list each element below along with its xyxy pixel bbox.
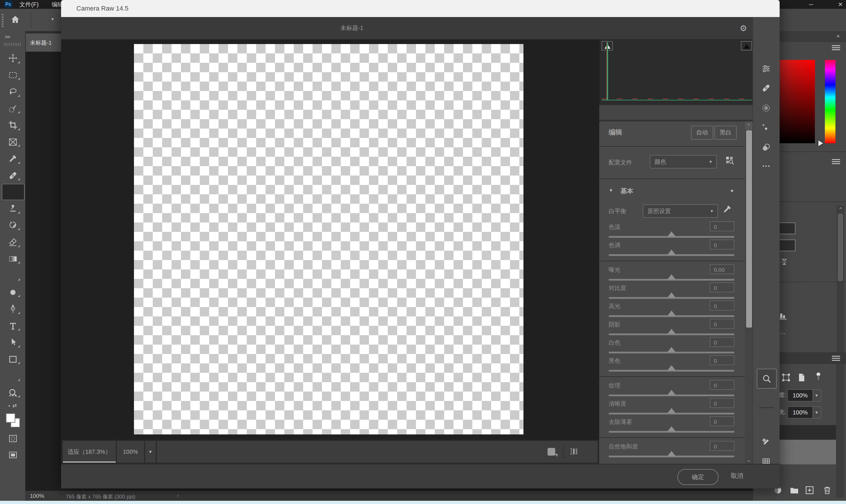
slider-thumb[interactable] <box>667 274 676 280</box>
scrollbar-thumb[interactable] <box>838 214 843 281</box>
auto-button[interactable]: 自动 <box>691 126 713 140</box>
color-saturation-square[interactable] <box>777 60 815 143</box>
slider-track[interactable] <box>609 455 734 457</box>
preview-mode-icon[interactable] <box>548 448 555 455</box>
slider-track[interactable] <box>609 279 734 280</box>
frame-tool[interactable] <box>0 133 25 150</box>
brush-tool-preset-icon[interactable] <box>36 14 46 23</box>
new-group-icon[interactable] <box>790 486 799 495</box>
profile-browser-icon[interactable] <box>725 156 734 165</box>
slider-thumb[interactable] <box>667 390 676 395</box>
slider-track[interactable] <box>609 352 734 353</box>
slider-track[interactable] <box>609 334 734 335</box>
spot-healing-brush-tool[interactable] <box>0 167 25 184</box>
eyedropper-tool[interactable] <box>0 150 25 167</box>
edit-toolbar-button[interactable] <box>0 391 25 401</box>
fill-value[interactable]: 100% <box>787 406 813 418</box>
crop-tool[interactable] <box>0 117 25 133</box>
slider-track[interactable] <box>609 370 734 371</box>
eraser-tool[interactable] <box>0 234 25 250</box>
acr-red-eye-icon[interactable] <box>761 123 771 133</box>
history-brush-tool[interactable] <box>0 217 25 234</box>
slider-value-box[interactable]: 0 <box>710 441 734 451</box>
foreground-color-swatch[interactable] <box>5 413 15 423</box>
slider-thumb[interactable] <box>667 292 676 298</box>
close-icon[interactable]: ✕ <box>837 1 844 7</box>
foreground-background-swatches[interactable] <box>0 410 25 430</box>
slider-thumb[interactable] <box>667 408 676 413</box>
acr-panel-scrollbar[interactable]: ⌃ ⌄ <box>745 122 753 464</box>
home-icon[interactable] <box>11 15 20 24</box>
slider-value-box[interactable]: 0 <box>710 337 734 347</box>
transparent-image-preview[interactable] <box>134 44 524 434</box>
histogram-panel-icon[interactable] <box>778 311 788 321</box>
dodge-tool[interactable] <box>0 284 25 301</box>
pen-tool[interactable] <box>0 301 25 317</box>
zoom-dropdown-icon[interactable]: ▼ <box>145 441 156 463</box>
slider-thumb[interactable] <box>667 329 676 334</box>
clone-stamp-tool[interactable] <box>0 200 25 217</box>
slider-value-box[interactable]: 0 <box>710 221 734 231</box>
status-zoom-level[interactable]: 100% <box>30 492 45 499</box>
chevron-down-icon[interactable]: ▼ <box>51 17 55 21</box>
dock-expand-icon[interactable]: » <box>836 33 839 39</box>
lock-pixels-icon[interactable] <box>797 373 806 382</box>
before-after-view-icon[interactable] <box>569 447 579 456</box>
section-chevron-icon[interactable]: ▼ <box>609 188 613 193</box>
slider-value-box[interactable]: 0 <box>710 355 734 365</box>
ok-button[interactable]: 确定 <box>677 469 719 485</box>
slider-track[interactable] <box>609 395 734 396</box>
gradient-tool[interactable] <box>0 250 25 267</box>
slider-track[interactable] <box>609 236 734 237</box>
gear-icon[interactable]: ⚙ <box>740 22 747 34</box>
move-tool[interactable] <box>0 50 25 67</box>
swatches-panel-menu-icon[interactable] <box>832 159 840 164</box>
slider-track[interactable] <box>609 413 734 414</box>
scrollbar-thumb[interactable] <box>746 130 752 328</box>
basic-section-title[interactable]: 基本 <box>620 187 633 196</box>
white-balance-select[interactable]: 原照设置▼ <box>643 204 718 218</box>
selection-brush-tool[interactable] <box>0 100 25 117</box>
hue-slider-thumb[interactable] <box>818 140 823 146</box>
brush-tool[interactable] <box>2 184 25 200</box>
slider-thumb[interactable] <box>667 451 676 456</box>
slider-value-box[interactable]: 0 <box>710 319 734 329</box>
scroll-down-icon[interactable]: ⌄ <box>745 458 753 463</box>
quick-mask-button[interactable] <box>0 430 25 447</box>
rectangle-tool[interactable] <box>0 351 25 367</box>
slider-thumb[interactable] <box>667 310 676 316</box>
highlight-clipping-indicator[interactable] <box>741 41 752 51</box>
lock-all-icon[interactable] <box>814 372 823 381</box>
dialog-title-bar[interactable]: Camera Raw 14.5 <box>61 0 780 17</box>
rectangular-marquee-tool[interactable] <box>0 67 25 83</box>
slider-track[interactable] <box>609 315 734 317</box>
cancel-button[interactable]: 取消 <box>731 472 743 480</box>
slider-value-box[interactable]: 0 <box>710 416 734 426</box>
acr-hand-icon[interactable] <box>761 417 771 427</box>
scroll-up-icon[interactable]: ⌃ <box>745 122 753 130</box>
zoom-100-button[interactable]: 100% <box>117 441 144 463</box>
blur-tool[interactable] <box>0 267 25 284</box>
slider-thumb[interactable] <box>667 365 676 371</box>
acr-more-icon[interactable] <box>761 161 771 172</box>
new-layer-icon[interactable] <box>805 486 814 495</box>
minimize-icon[interactable]: ─ <box>808 1 814 7</box>
color-panel-menu-icon[interactable] <box>832 45 840 51</box>
slider-track[interactable] <box>609 254 734 256</box>
slider-value-box[interactable]: 0.00 <box>710 264 734 274</box>
opacity-dropdown-icon[interactable]: ▼ <box>812 389 821 401</box>
lock-transform-icon[interactable] <box>781 373 791 382</box>
status-caret-icon[interactable]: › <box>177 492 179 499</box>
screen-mode-button[interactable] <box>0 447 25 463</box>
acr-color-sampler-icon[interactable] <box>761 437 771 447</box>
white-balance-eyedropper-icon[interactable] <box>723 204 732 214</box>
acr-presets-icon[interactable] <box>761 143 771 152</box>
type-tool[interactable] <box>0 317 25 334</box>
hand-tool[interactable] <box>0 367 25 384</box>
lasso-tool[interactable] <box>0 83 25 100</box>
slider-track[interactable] <box>609 431 734 432</box>
fit-zoom-button[interactable]: 适应（187.3%） <box>63 441 116 463</box>
profile-select[interactable]: 颜色▼ <box>650 155 717 168</box>
fill-dropdown-icon[interactable]: ▼ <box>812 406 821 418</box>
acr-heal-icon[interactable] <box>761 83 771 93</box>
